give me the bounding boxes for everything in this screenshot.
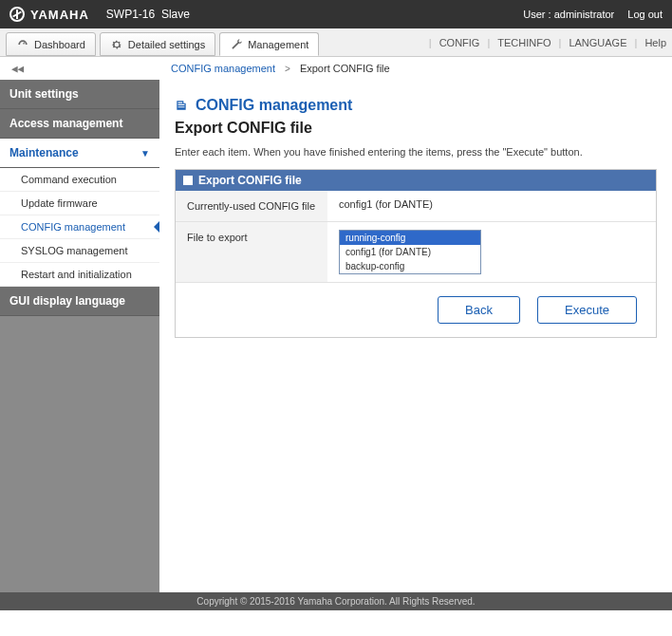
page-hint: Enter each item. When you have finished … bbox=[175, 146, 657, 158]
sidebar-access-management[interactable]: Access management bbox=[0, 109, 159, 139]
sidebar-item-restart-initialization[interactable]: Restart and initialization bbox=[0, 263, 159, 287]
breadcrumb-link-config-management[interactable]: CONFIG management bbox=[171, 63, 275, 74]
gauge-icon bbox=[16, 38, 29, 51]
breadcrumb-back-icon[interactable]: ◀◀ bbox=[11, 63, 24, 75]
gear-icon bbox=[110, 38, 123, 51]
footer: Copyright © 2015-2016 Yamaha Corporation… bbox=[0, 592, 672, 610]
file-to-export-select[interactable]: running-config config1 (for DANTE) backu… bbox=[339, 230, 481, 274]
page-title-row: CONFIG management bbox=[175, 97, 657, 114]
sidebar-item-syslog-management[interactable]: SYSLOG management bbox=[0, 239, 159, 263]
tabrow-right-links: | CONFIG| TECHINFO| LANGUAGE| Help bbox=[429, 28, 666, 56]
square-bullet-icon bbox=[183, 176, 193, 185]
chevron-right-icon: > bbox=[285, 64, 290, 74]
topbar: YAMAHA SWP1-16 Slave User : administrato… bbox=[0, 0, 672, 28]
sidebar-item-config-management[interactable]: CONFIG management bbox=[0, 215, 159, 239]
page-subtitle: Export CONFIG file bbox=[175, 120, 657, 137]
sidebar-maintenance[interactable]: Maintenance ▼ bbox=[0, 139, 159, 168]
label-file-to-export: File to export bbox=[176, 222, 327, 282]
link-help[interactable]: Help bbox=[644, 37, 666, 48]
config-page-icon bbox=[175, 99, 188, 112]
sidebar-item-command-execution[interactable]: Command execution bbox=[0, 168, 159, 192]
row-file-to-export: File to export running-config config1 (f… bbox=[176, 222, 656, 283]
brand-logo: YAMAHA bbox=[9, 7, 89, 22]
value-current-config: config1 (for DANTE) bbox=[327, 191, 656, 221]
link-config[interactable]: CONFIG bbox=[439, 37, 480, 48]
sidebar-item-update-firmware[interactable]: Update firmware bbox=[0, 192, 159, 215]
device-name: SWP1-16 Slave bbox=[106, 8, 190, 21]
sidebar-unit-settings[interactable]: Unit settings bbox=[0, 80, 159, 109]
user-label: User : administrator bbox=[523, 9, 614, 20]
link-language[interactable]: LANGUAGE bbox=[569, 37, 626, 48]
execute-button[interactable]: Execute bbox=[537, 296, 637, 324]
sidebar-maintenance-submenu: Command execution Update firmware CONFIG… bbox=[0, 168, 159, 287]
wrench-icon bbox=[230, 38, 243, 51]
caption: Management > Maintenance > CONFIG manage… bbox=[0, 610, 672, 636]
label-current-config: Currently-used CONFIG file bbox=[176, 191, 327, 221]
main: Unit settings Access management Maintena… bbox=[0, 80, 672, 592]
breadcrumb-current: Export CONFIG file bbox=[300, 63, 390, 74]
tab-row: Dashboard Detailed settings Management |… bbox=[0, 28, 672, 57]
row-current-config: Currently-used CONFIG file config1 (for … bbox=[176, 191, 656, 222]
caret-down-icon: ▼ bbox=[140, 148, 150, 159]
select-option-config1[interactable]: config1 (for DANTE) bbox=[340, 245, 480, 259]
select-option-backup-config[interactable]: backup-config bbox=[340, 259, 480, 273]
page-title: CONFIG management bbox=[196, 97, 352, 114]
select-option-running-config[interactable]: running-config bbox=[340, 231, 480, 245]
panel-actions: Back Execute bbox=[176, 283, 656, 337]
content: CONFIG management Export CONFIG file Ent… bbox=[159, 80, 672, 592]
sidebar: Unit settings Access management Maintena… bbox=[0, 80, 159, 592]
export-panel: Export CONFIG file Currently-used CONFIG… bbox=[175, 169, 657, 338]
tab-detailed-settings[interactable]: Detailed settings bbox=[100, 32, 215, 56]
breadcrumb: ◀◀ CONFIG management > Export CONFIG fil… bbox=[0, 57, 672, 80]
yamaha-mark-icon bbox=[9, 7, 25, 22]
sidebar-gui-display-language[interactable]: GUI display language bbox=[0, 287, 159, 316]
panel-header: Export CONFIG file bbox=[176, 170, 656, 191]
tab-dashboard[interactable]: Dashboard bbox=[6, 32, 96, 56]
tab-management[interactable]: Management bbox=[219, 32, 319, 56]
link-techinfo[interactable]: TECHINFO bbox=[497, 37, 551, 48]
logout-link[interactable]: Log out bbox=[627, 9, 663, 20]
brand-text: YAMAHA bbox=[30, 8, 89, 22]
back-button[interactable]: Back bbox=[438, 296, 520, 324]
